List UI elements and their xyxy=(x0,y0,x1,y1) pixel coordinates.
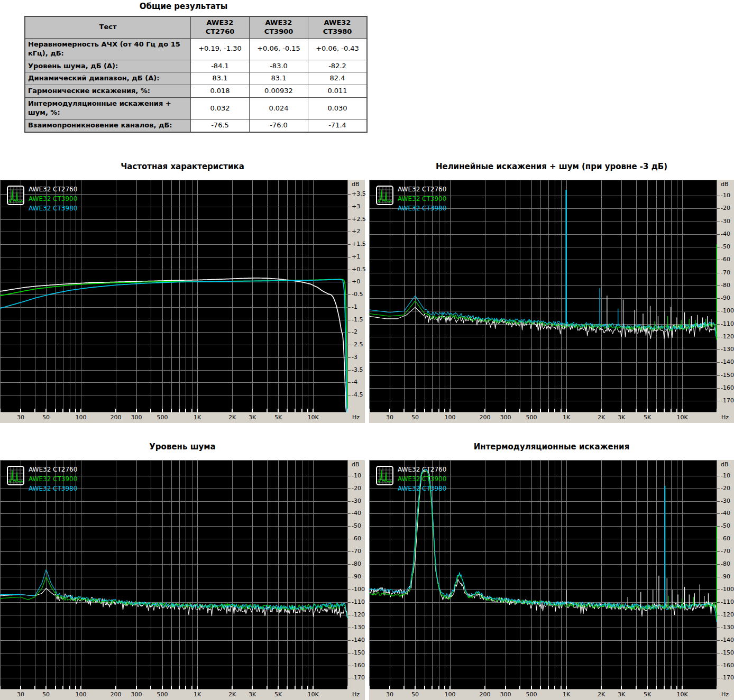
db-tick-label: -50 xyxy=(721,244,730,250)
db-tick-label: -100 xyxy=(721,308,734,314)
plot-area-frequency-response xyxy=(0,180,348,412)
freq-tick-label: 10K xyxy=(304,692,323,698)
db-tick-label: -80 xyxy=(352,561,361,567)
db-tick-mark xyxy=(348,564,351,565)
freq-tick-label: 200 xyxy=(475,692,494,698)
db-tick-label: -100 xyxy=(352,586,365,593)
db-tick-label: -20 xyxy=(721,205,730,211)
db-tick-label: +0 xyxy=(352,279,360,285)
db-tick-label: -110 xyxy=(352,599,365,605)
chart-thd-noise: dB-10-20-30-40-50-60-70-80-90-100-110-12… xyxy=(369,180,734,423)
db-tick-label: -60 xyxy=(721,536,730,542)
freq-tick-label: 1K xyxy=(188,692,207,698)
db-tick-mark xyxy=(717,401,720,401)
db-tick-label: -120 xyxy=(721,612,734,618)
freq-tick-label: 100 xyxy=(441,415,460,421)
db-tick-mark xyxy=(348,513,351,514)
db-tick-label: -110 xyxy=(721,321,734,327)
db-tick-mark xyxy=(348,282,351,282)
db-tick-mark xyxy=(348,476,351,476)
db-axis-noise-level: dB-10-20-30-40-50-60-70-80-90-100-110-12… xyxy=(348,460,365,700)
db-tick-mark xyxy=(348,270,351,270)
row-label: Динамический диапазон, дБ (А): xyxy=(25,72,191,85)
db-tick-label: -50 xyxy=(721,523,730,529)
db-tick-label: -3.5 xyxy=(352,367,363,373)
column-header: AWE32 CT3980 xyxy=(308,16,368,38)
freq-tick-label: 5K xyxy=(638,415,657,421)
db-tick-mark xyxy=(717,615,720,615)
db-tick-label: -1.5 xyxy=(352,317,363,323)
freq-tick-label: 2K xyxy=(223,692,242,698)
freq-tick-label: 300 xyxy=(127,692,146,698)
db-tick-mark xyxy=(717,260,720,260)
value-cell: -76.5 xyxy=(191,119,250,132)
hz-axis-unit: Hz xyxy=(352,692,360,698)
db-tick-label: -150 xyxy=(721,372,734,379)
db-tick-label: -70 xyxy=(721,548,730,555)
db-tick-mark xyxy=(348,244,351,245)
value-cell: -71.4 xyxy=(308,119,368,132)
db-tick-label: -90 xyxy=(721,574,730,580)
spectrum-icon xyxy=(376,186,393,205)
db-tick-label: -2 xyxy=(352,329,357,335)
db-tick-label: -150 xyxy=(721,650,734,656)
db-tick-label: -2.5 xyxy=(352,342,363,348)
db-tick-mark xyxy=(717,222,720,222)
db-tick-label: -170 xyxy=(721,675,734,681)
db-tick-label: +3.5 xyxy=(352,191,366,197)
legend-item: AWE32 CT3900 xyxy=(29,195,77,204)
table-row: Неравномерность АЧХ (от 40 Гц до 15 кГц)… xyxy=(25,38,367,60)
db-tick-mark xyxy=(348,615,351,615)
legend-item: AWE32 CT2760 xyxy=(29,465,77,474)
db-tick-mark xyxy=(717,337,720,337)
db-tick-mark xyxy=(717,234,720,235)
freq-tick-label: 5K xyxy=(269,415,288,421)
db-tick-label: -120 xyxy=(352,612,365,618)
db-tick-label: -130 xyxy=(721,624,734,631)
freq-tick-label: 3K xyxy=(243,692,262,698)
value-cell: 0.00932 xyxy=(250,85,308,98)
db-tick-mark xyxy=(717,666,720,666)
db-tick-mark xyxy=(348,602,351,603)
value-cell: -83.0 xyxy=(250,60,308,72)
db-tick-label: -20 xyxy=(352,485,361,492)
db-tick-mark xyxy=(348,539,351,539)
freq-tick-label: 30 xyxy=(380,415,399,421)
db-tick-label: -130 xyxy=(721,346,734,353)
db-axis-thd-noise: dB-10-20-30-40-50-60-70-80-90-100-110-12… xyxy=(717,180,734,423)
value-cell: 82.4 xyxy=(308,72,368,85)
freq-tick-label: 5K xyxy=(638,692,657,698)
chart-noise-level: dB-10-20-30-40-50-60-70-80-90-100-110-12… xyxy=(0,460,365,700)
db-tick-label: -40 xyxy=(721,231,730,237)
db-tick-label: -30 xyxy=(352,498,361,504)
db-tick-label: -10 xyxy=(721,192,730,199)
chart-title-frequency-response: Частотная характеристика xyxy=(0,162,365,171)
plot-area-noise-level xyxy=(0,460,348,689)
chart-title-imd: Интермодуляционные искажения xyxy=(369,442,734,452)
hz-axis-unit: Hz xyxy=(721,692,729,698)
table-row: Интермодуляционные искажения + шум, %:0.… xyxy=(25,98,367,119)
freq-tick-label: 10K xyxy=(673,415,692,421)
table-row: Гармонические искажения, %:0.0180.009320… xyxy=(25,85,367,98)
db-tick-mark xyxy=(717,640,720,641)
chart-imd: dB-10-20-30-40-50-60-70-80-90-100-110-12… xyxy=(369,460,734,700)
db-tick-mark xyxy=(348,640,351,641)
value-cell: -76.0 xyxy=(250,119,308,132)
freq-tick-label: 50 xyxy=(406,415,425,421)
db-tick-label: -160 xyxy=(721,662,734,669)
db-tick-label: -140 xyxy=(352,637,365,643)
spectrum-icon xyxy=(7,186,24,205)
db-tick-label: -1 xyxy=(352,304,357,310)
db-tick-mark xyxy=(717,196,720,196)
db-tick-mark xyxy=(717,247,720,247)
db-tick-mark xyxy=(348,628,351,628)
freq-tick-label: 3K xyxy=(612,415,631,421)
table-row: Динамический диапазон, дБ (А):83.183.182… xyxy=(25,72,367,85)
db-tick-label: -140 xyxy=(721,637,734,643)
hz-axis-unit: Hz xyxy=(721,415,729,421)
freq-tick-label: 100 xyxy=(71,692,90,698)
row-label: Неравномерность АЧХ (от 40 Гц до 15 кГц)… xyxy=(25,38,191,60)
db-tick-mark xyxy=(717,551,720,552)
db-tick-mark xyxy=(348,257,351,257)
db-tick-label: -100 xyxy=(721,586,734,593)
